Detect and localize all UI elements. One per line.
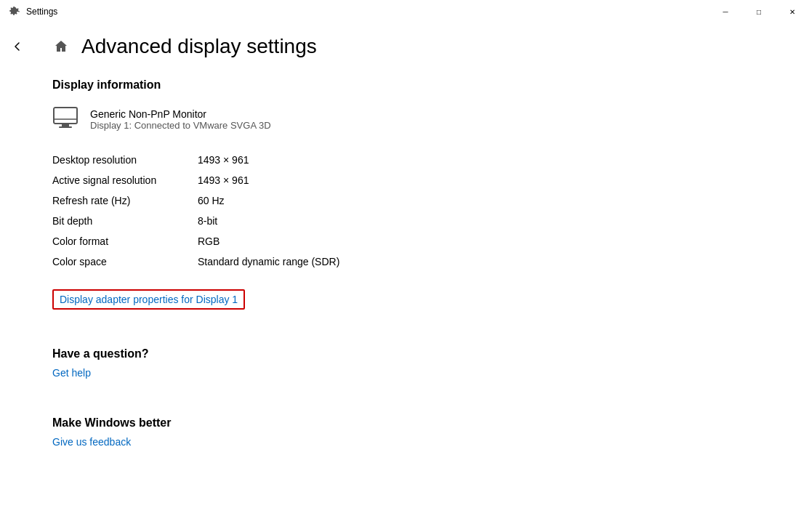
svg-rect-2 [59, 126, 72, 128]
color-format-label: Color format [52, 235, 198, 247]
monitor-name: Generic Non-PnP Monitor [90, 108, 271, 120]
monitor-connection: Display 1: Connected to VMware SVGA 3D [90, 120, 271, 131]
maximize-button[interactable]: □ [742, 0, 776, 23]
svg-rect-1 [62, 124, 69, 126]
refresh-rate-label: Refresh rate (Hz) [52, 195, 198, 206]
give-us-feedback-link[interactable]: Give us feedback [52, 436, 131, 448]
back-button[interactable] [3, 32, 32, 61]
make-windows-better-title: Make Windows better [52, 416, 780, 430]
monitor-info: Generic Non-PnP Monitor Display 1: Conne… [90, 108, 271, 131]
get-help-link[interactable]: Get help [52, 367, 91, 379]
active-signal-resolution-label: Active signal resolution [52, 174, 198, 186]
bit-depth-value: 8-bit [198, 215, 217, 227]
info-row-refresh-rate: Refresh rate (Hz) 60 Hz [52, 190, 780, 211]
monitor-icon-svg [52, 106, 79, 129]
main-content: Advanced display settings Display inform… [35, 23, 809, 532]
settings-app-icon [9, 6, 20, 17]
title-bar-controls: ─ □ ✕ [709, 0, 809, 23]
have-a-question-section: Have a question? Get help [52, 347, 780, 402]
minimize-button[interactable]: ─ [709, 0, 742, 23]
color-space-value: Standard dynamic range (SDR) [198, 256, 339, 267]
page-title: Advanced display settings [81, 35, 317, 58]
info-table: Desktop resolution 1493 × 961 Active sig… [52, 150, 780, 272]
display-adapter-properties-link[interactable]: Display adapter properties for Display 1 [52, 289, 245, 310]
info-row-active-signal-resolution: Active signal resolution 1493 × 961 [52, 170, 780, 190]
info-row-bit-depth: Bit depth 8-bit [52, 211, 780, 231]
desktop-resolution-value: 1493 × 961 [198, 154, 249, 166]
desktop-resolution-label: Desktop resolution [52, 154, 198, 166]
settings-window: Settings ─ □ ✕ [0, 0, 809, 532]
home-icon[interactable] [52, 38, 70, 55]
title-bar-title: Settings [26, 7, 57, 17]
info-row-desktop-resolution: Desktop resolution 1493 × 961 [52, 150, 780, 170]
color-format-value: RGB [198, 235, 220, 247]
monitor-icon [52, 106, 79, 132]
title-bar: Settings ─ □ ✕ [0, 0, 809, 23]
refresh-rate-value: 60 Hz [198, 195, 225, 206]
svg-rect-0 [54, 108, 77, 124]
have-a-question-title: Have a question? [52, 347, 780, 360]
color-space-label: Color space [52, 256, 198, 267]
home-icon-svg [54, 39, 68, 54]
back-arrow-icon [13, 42, 22, 51]
active-signal-resolution-value: 1493 × 961 [198, 174, 249, 186]
display-information-section: Display information Generic Non-PnP Moni… [52, 78, 780, 333]
monitor-row: Generic Non-PnP Monitor Display 1: Conne… [52, 106, 780, 132]
make-windows-better-section: Make Windows better Give us feedback [52, 416, 780, 448]
page-header: Advanced display settings [52, 35, 780, 58]
display-information-title: Display information [52, 78, 780, 92]
info-row-color-space: Color space Standard dynamic range (SDR) [52, 251, 780, 272]
content-area: Advanced display settings Display inform… [0, 23, 809, 532]
bit-depth-label: Bit depth [52, 215, 198, 227]
title-bar-left: Settings [9, 6, 57, 17]
nav-panel [0, 23, 35, 532]
close-button[interactable]: ✕ [776, 0, 809, 23]
info-row-color-format: Color format RGB [52, 231, 780, 251]
